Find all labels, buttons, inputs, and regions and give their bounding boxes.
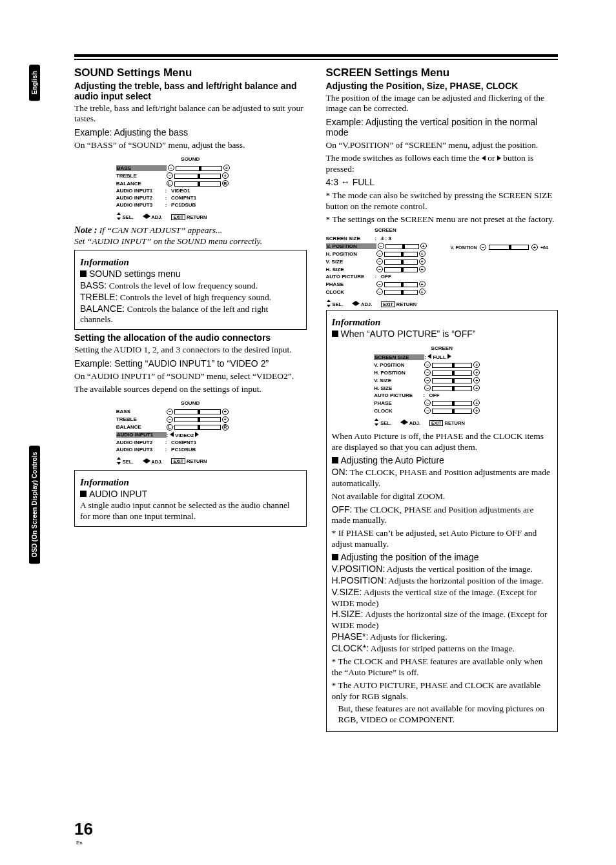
info-screen-box: Information When “AUTO PICTURE” is “OFF”… — [326, 310, 559, 732]
sound-heading: SOUND Settings Menu — [74, 66, 307, 79]
sound-sub: Adjusting the treble, bass and left/righ… — [74, 81, 307, 101]
page-number: 16 — [74, 819, 93, 839]
note-label: Note : — [74, 225, 97, 235]
screen-heading: SCREEN Settings Menu — [326, 66, 559, 79]
sound-p2: On “BASS” of “SOUND” menu, adjust the ba… — [74, 140, 307, 151]
osd-sound-2: SOUND BASS−+ TREBLE−+ BALANCELR AUDIO IN… — [116, 400, 265, 465]
tab-english: English — [29, 65, 40, 101]
osd-vposition-side: V. POSITION−++64 — [451, 227, 548, 250]
page-lang: En — [76, 840, 83, 846]
screen-sub: Adjusting the Position, Size, PHASE, CLO… — [326, 81, 559, 91]
tab-osd: OSD (On Screen Display) Controls — [29, 445, 40, 564]
sound-p1: The treble, bass and left/right balance … — [74, 103, 307, 125]
osd-screen-1: SCREEN SCREEN SIZE: 4 : 3 V. POSITION−+ … — [326, 227, 446, 307]
osd-screen-2: SCREEN SCREEN SIZE: FULL V. POSITION−+ H… — [374, 345, 509, 426]
info-audio-input: Information AUDIO INPUT A single audio i… — [74, 470, 307, 527]
alloc-heading: Setting the allocation of the audio conn… — [74, 332, 307, 343]
osd-sound-1: SOUND BASS−+ TREBLE−+ BALANCELR AUDIO IN… — [116, 156, 265, 220]
example-bass: Example: Adjusting the bass — [74, 127, 307, 137]
info-sound-box: Information SOUND settings menu BASS: Co… — [74, 250, 307, 330]
